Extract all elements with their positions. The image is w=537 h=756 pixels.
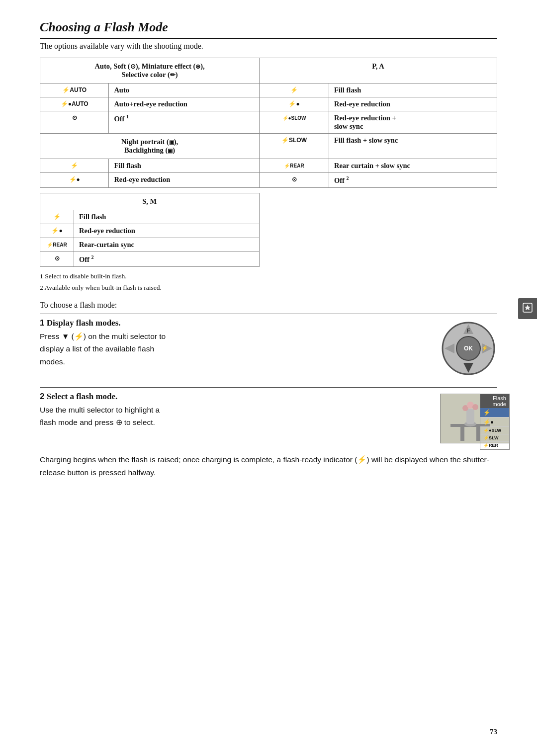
pa-icon-5: ⚡REAR	[260, 159, 329, 173]
step-1-section: 1 Display flash modes. Press ▼ (⚡) on th…	[40, 314, 497, 379]
step-2-body: Use the multi selector to highlight a fl…	[40, 404, 430, 429]
pa-icon-2: ⚡●	[260, 97, 329, 111]
svg-marker-19	[525, 305, 531, 310]
svg-text:⚡: ⚡	[481, 344, 488, 351]
to-choose-text: To choose a flash mode:	[40, 301, 497, 310]
pa-label-5: Rear curtain + slow sync	[329, 159, 497, 173]
side-tab	[518, 298, 537, 319]
svg-text:F: F	[467, 328, 470, 334]
flash-row-4: ⚡SLW	[480, 434, 509, 442]
col-night-header: Night portrait (▣), Backlighting (▣)	[40, 134, 260, 159]
flash-row-5: ⚡RER	[480, 442, 509, 449]
night-icon-1: ⚡	[40, 159, 109, 173]
pa-label-1: Fill flash	[329, 84, 497, 97]
step-2-image: Flash mode ⚡ ⚡● ⚡●SLW ⚡SLW ⚡RER	[440, 394, 497, 443]
sm-icon-4: ⊙	[40, 252, 74, 266]
flash-row-3: ⚡●SLW	[480, 427, 509, 434]
auto-label-2: Auto+red-eye reduction	[109, 97, 260, 111]
step-1-image: OK F ⚡	[440, 320, 497, 379]
flash-row-1: ⚡	[480, 408, 509, 418]
step-2-text: 2 Select a flash mode. Use the multi sel…	[40, 392, 430, 429]
step-1-title: 1 Display flash modes.	[40, 318, 430, 328]
pa-label-6: Off 2	[329, 173, 497, 188]
bottom-paragraph: Charging begins when the flash is raised…	[40, 453, 497, 480]
auto-icon-2: ⚡●AUTO	[40, 97, 109, 111]
auto-icon-3: ⊙	[40, 111, 109, 134]
svg-rect-14	[466, 409, 474, 424]
flash-panel-header: Flash mode	[480, 394, 509, 408]
pa-label-3: Red-eye reduction +slow sync	[329, 111, 497, 134]
page-title: Choosing a Flash Mode	[40, 20, 497, 39]
sm-label-2: Red-eye reduction	[74, 224, 260, 238]
step-1-body: Press ▼ (⚡) on the multi selector to dis…	[40, 330, 430, 368]
sm-table: S, M ⚡ Fill flash ⚡● Red-eye reduction ⚡…	[40, 193, 260, 267]
sm-icon-2: ⚡●	[40, 224, 74, 238]
sm-icon-3: ⚡REAR	[40, 238, 74, 252]
night-label-1: Fill flash	[109, 159, 260, 173]
pa-icon-4: ⚡SLOW	[260, 134, 329, 159]
pa-icon-3: ⚡●SLOW	[260, 111, 329, 134]
col-pa-header: P, A	[260, 58, 497, 84]
sm-label-3: Rear-curtain sync	[74, 238, 260, 252]
svg-text:OK: OK	[464, 345, 473, 352]
svg-point-17	[472, 404, 478, 410]
sm-label-1: Fill flash	[74, 210, 260, 224]
svg-rect-11	[460, 427, 464, 441]
sm-label-4: Off 2	[74, 252, 260, 266]
pa-icon-6: ⊙	[260, 173, 329, 188]
footnote-2: 2 Available only when built-in flash is …	[40, 282, 497, 294]
footnotes: 1 Select to disable built-in flash. 2 Av…	[40, 271, 497, 294]
auto-label-1: Auto	[109, 84, 260, 97]
step-1-text: 1 Display flash modes. Press ▼ (⚡) on th…	[40, 318, 430, 368]
step-2-section: 2 Select a flash mode. Use the multi sel…	[40, 387, 497, 443]
flash-row-2: ⚡●	[480, 418, 509, 427]
pa-icon-1: ⚡	[260, 84, 329, 97]
night-label-2: Red-eye reduction	[109, 173, 260, 188]
footnote-1: 1 Select to disable built-in flash.	[40, 271, 497, 282]
subtitle: The options available vary with the shoo…	[40, 42, 497, 51]
auto-icon-1: ⚡AUTO	[40, 84, 109, 97]
modes-table: Auto, Soft (⊙), Miniature effect (⊛), Se…	[40, 58, 497, 188]
sm-icon-1: ⚡	[40, 210, 74, 224]
side-tab-icon	[522, 302, 533, 315]
pa-label-4: Fill flash + slow sync	[329, 134, 497, 159]
flash-panel: Flash mode ⚡ ⚡● ⚡●SLW ⚡SLW ⚡RER	[480, 394, 510, 450]
page-number: 73	[490, 728, 497, 736]
pa-label-2: Red-eye reduction	[329, 97, 497, 111]
col-auto-header: Auto, Soft (⊙), Miniature effect (⊛), Se…	[40, 58, 260, 84]
auto-label-3: Off 1	[109, 111, 260, 134]
sm-header: S, M	[40, 193, 260, 210]
night-icon-2: ⚡●	[40, 173, 109, 188]
step-2-title: 2 Select a flash mode.	[40, 392, 430, 402]
